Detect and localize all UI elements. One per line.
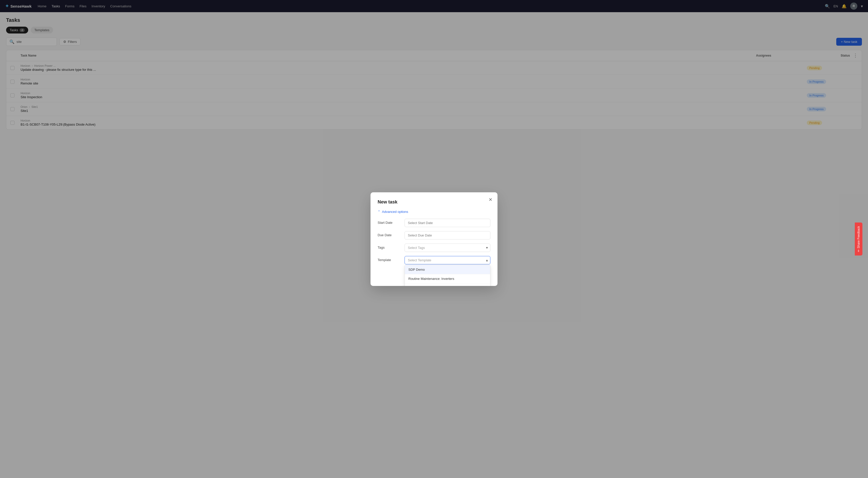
modal-overlay[interactable]: New task ✕ ⌃ Advanced options Start Date… [0,0,868,135]
